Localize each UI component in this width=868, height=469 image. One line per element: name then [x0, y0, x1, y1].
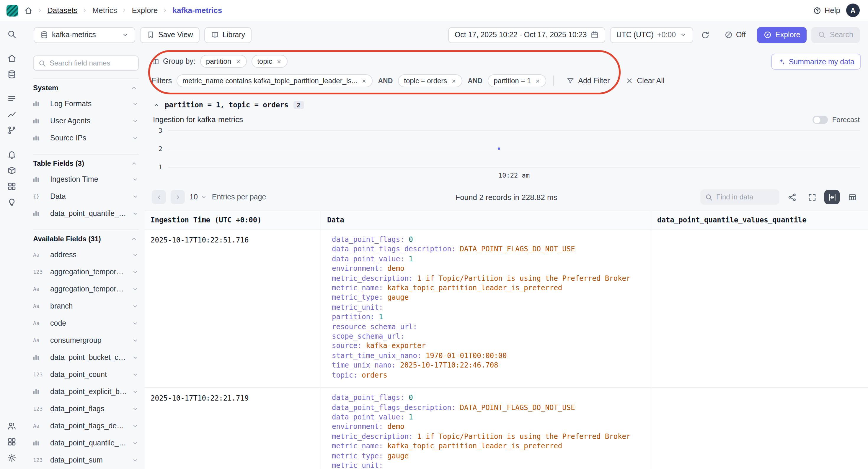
chevron-down-icon: [132, 302, 139, 309]
chip-remove-icon[interactable]: [235, 59, 241, 64]
live-tail-button[interactable]: Off: [718, 27, 752, 43]
rail-lightbulb-button[interactable]: [0, 194, 24, 210]
filter-chip[interactable]: partition: [200, 55, 247, 68]
chart-plot[interactable]: 3 2 1 10:22 am: [153, 130, 860, 181]
search-icon: [818, 31, 826, 39]
rail-home-button[interactable]: [0, 50, 24, 66]
rail-users-button[interactable]: [0, 418, 24, 434]
library-button[interactable]: Library: [204, 27, 252, 43]
sidebar-field-item[interactable]: Aabranch: [33, 297, 139, 314]
grid-icon: [7, 181, 17, 191]
field-label: Log Formats: [50, 99, 92, 108]
breadcrumb-current[interactable]: kafka-metrics: [173, 6, 222, 15]
breadcrumb-explore[interactable]: Explore: [132, 6, 158, 15]
sidebar-field-item[interactable]: Log Formats: [33, 95, 139, 112]
sidebar-field-item[interactable]: 123data_point_sum: [33, 451, 139, 468]
expand-button[interactable]: [804, 190, 819, 204]
sidebar-field-item[interactable]: Source IPs: [33, 129, 139, 146]
rail-list-button[interactable]: [0, 90, 24, 106]
field-search-input[interactable]: [50, 59, 133, 67]
sidebar-field-item[interactable]: Aaconsumergroup: [33, 332, 139, 349]
column-header-data[interactable]: Data: [321, 211, 651, 229]
chip-remove-icon[interactable]: [276, 59, 282, 64]
filter-chip[interactable]: topic = orders: [398, 74, 462, 87]
sidebar-field-item[interactable]: {}Data: [33, 188, 139, 205]
date-range-label: Oct 17, 2025 10:22 - Oct 17, 2025 10:23: [455, 31, 587, 39]
sidebar-field-item[interactable]: Aacode: [33, 314, 139, 332]
search-mode-button[interactable]: Search: [812, 27, 860, 43]
rail-gear-button[interactable]: [0, 449, 24, 465]
sidebar-field-item[interactable]: Aaaggregation_temporality_...: [33, 280, 139, 297]
timezone-select[interactable]: UTC (UTC) +0:00: [610, 27, 693, 43]
forecast-toggle[interactable]: [813, 115, 828, 124]
sidebar-field-item[interactable]: Aadata_point_flags_descript...: [33, 417, 139, 434]
rail-grid-button[interactable]: [0, 178, 24, 194]
next-page-button[interactable]: [170, 190, 185, 204]
column-header-quantile[interactable]: data_point_quantile_values_quantile: [651, 211, 868, 229]
chip-remove-icon[interactable]: [535, 78, 540, 83]
chip-remove-icon[interactable]: [451, 78, 457, 83]
rail-package-button[interactable]: [0, 162, 24, 178]
sidebar-field-item[interactable]: 123data_point_flags: [33, 400, 139, 417]
save-view-button[interactable]: Save View: [140, 27, 199, 43]
filter-chip[interactable]: partition = 1: [488, 74, 546, 87]
breadcrumb-metrics[interactable]: Metrics: [92, 6, 117, 15]
sidebar-field-item[interactable]: data_point_quantile_value...: [33, 434, 139, 451]
help-button[interactable]: Help: [813, 6, 841, 15]
sidebar-section-header[interactable]: System: [33, 78, 139, 95]
chevron-down-icon: [679, 31, 686, 38]
data-field-value: demo: [388, 423, 404, 431]
breadcrumb-datasets[interactable]: Datasets: [47, 6, 78, 15]
date-range-button[interactable]: Oct 17, 2025 10:22 - Oct 17, 2025 10:23: [448, 27, 605, 43]
data-field-line: data_point_flags_description: DATA_POINT…: [332, 403, 645, 412]
sidebar-field-item[interactable]: User Agents: [33, 112, 139, 129]
share-button[interactable]: [784, 190, 800, 204]
table-row[interactable]: 2025-10-17T10:22:21.719data_point_flags:…: [145, 388, 868, 469]
page-size-select[interactable]: 10: [190, 193, 207, 201]
chip-remove-icon[interactable]: [361, 78, 367, 83]
rail-bell-button[interactable]: [0, 146, 24, 162]
data-field-line: start_time_unix_nano: 1970-01-01T00:00:0…: [332, 351, 645, 361]
explore-button[interactable]: Explore: [757, 27, 807, 43]
sidebar-field-item[interactable]: data_point_bucket_counts: [33, 349, 139, 366]
rail-search-button[interactable]: [0, 26, 24, 42]
table-view-button[interactable]: [844, 190, 860, 204]
sidebar-field-item[interactable]: data_point_quantile_value...: [33, 205, 139, 222]
find-in-data[interactable]: [700, 189, 779, 205]
data-field-value: 1 if Topic/Partition is using the Prefer…: [417, 274, 630, 282]
rail-database-button[interactable]: [0, 66, 24, 82]
chart-point[interactable]: [498, 147, 500, 150]
collapse-icon[interactable]: [153, 101, 160, 108]
sidebar-section-header[interactable]: Available Fields (31): [33, 230, 139, 246]
sidebar-field-item[interactable]: 123data_point_count: [33, 366, 139, 383]
y-axis-tick: 1: [153, 163, 162, 171]
clear-all-button[interactable]: Clear All: [620, 74, 670, 88]
sidebar-field-item[interactable]: 123aggregation_temporality: [33, 263, 139, 280]
field-type-icon: [33, 354, 46, 361]
fit-columns-button[interactable]: [824, 190, 840, 204]
sidebar-field-item[interactable]: Ingestion Time: [33, 170, 139, 188]
dataset-select[interactable]: kafka-metrics: [34, 27, 135, 43]
refresh-button[interactable]: [698, 28, 713, 42]
rail-apps-button[interactable]: [0, 434, 24, 449]
sidebar-section-header[interactable]: Table Fields (3): [33, 154, 139, 170]
sparkles-icon: [778, 58, 785, 65]
filter-chip[interactable]: topic: [251, 55, 287, 68]
filter-chip[interactable]: metric_name contains kafka_topic_partiti…: [177, 74, 373, 87]
rail-chart-line-button[interactable]: [0, 106, 24, 122]
summarize-button[interactable]: Summarize my data: [771, 54, 861, 70]
find-in-data-input[interactable]: [716, 193, 775, 201]
home-icon[interactable]: [24, 6, 32, 14]
rail-git-branch-button[interactable]: [0, 122, 24, 138]
add-filter-button[interactable]: Add Filter: [561, 74, 615, 88]
column-header-ingestion-time[interactable]: Ingestion Time (UTC +0:00): [145, 211, 321, 229]
sidebar-field-item[interactable]: Aaaddress: [33, 246, 139, 263]
app-logo[interactable]: [6, 4, 18, 16]
field-search[interactable]: [33, 56, 139, 71]
prev-page-button[interactable]: [152, 190, 166, 204]
avatar[interactable]: A: [846, 4, 860, 17]
group-header[interactable]: partition = 1, topic = orders 2: [145, 94, 868, 109]
chevron-down-icon: [132, 268, 139, 275]
sidebar-field-item[interactable]: data_point_explicit_bounds: [33, 383, 139, 400]
table-row[interactable]: 2025-10-17T10:22:51.716data_point_flags:…: [145, 230, 868, 388]
